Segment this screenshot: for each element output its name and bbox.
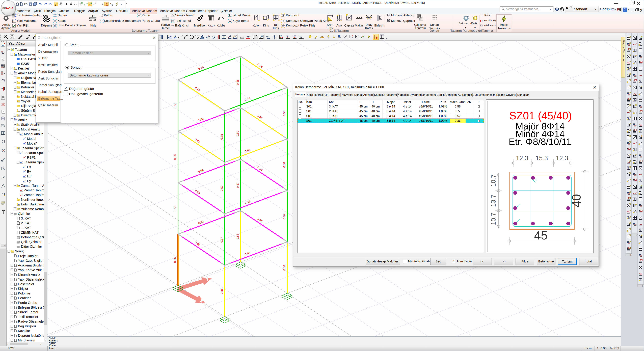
svg-text:0.82: 0.82 bbox=[244, 148, 251, 153]
svg-text:2: 2 bbox=[214, 35, 215, 38]
svg-text:10.7: 10.7 bbox=[490, 174, 497, 187]
svg-text:1.00: 1.00 bbox=[198, 117, 204, 122]
svg-text:ABC: ABC bbox=[2, 204, 4, 205]
svg-text:+: + bbox=[25, 142, 26, 144]
svg-text:45: 45 bbox=[534, 228, 548, 242]
svg-text:13.7: 13.7 bbox=[490, 194, 497, 207]
svg-text:0.58: 0.58 bbox=[220, 134, 224, 140]
svg-text:mm²: mm² bbox=[234, 35, 237, 37]
svg-text:?: ? bbox=[358, 35, 358, 37]
svg-text:12.3: 12.3 bbox=[556, 154, 568, 162]
svg-text:+: + bbox=[22, 151, 23, 153]
svg-text:0.99: 0.99 bbox=[244, 251, 251, 256]
svg-text:SZ01 (45/40): SZ01 (45/40) bbox=[509, 110, 572, 122]
svg-text:0.57: 0.57 bbox=[236, 182, 239, 188]
svg-text:AUTO: AUTO bbox=[2, 202, 5, 203]
svg-text:0.86: 0.86 bbox=[220, 288, 224, 294]
svg-text:T: T bbox=[16, 68, 16, 70]
svg-text:T: T bbox=[18, 124, 20, 126]
svg-text:0.99: 0.99 bbox=[198, 168, 204, 174]
svg-text:0.58: 0.58 bbox=[174, 103, 177, 108]
svg-text:0.50: 0.50 bbox=[174, 154, 177, 160]
svg-text:0.74: 0.74 bbox=[244, 97, 251, 102]
svg-text:0.58: 0.58 bbox=[236, 79, 239, 85]
svg-text:10.7: 10.7 bbox=[490, 213, 497, 225]
svg-text:0.57: 0.57 bbox=[283, 214, 286, 219]
svg-text:Etr. Φ8/8/10/11: Etr. Φ8/8/10/11 bbox=[509, 136, 572, 147]
svg-text:0.99: 0.99 bbox=[198, 220, 204, 225]
svg-text:A: A bbox=[110, 3, 112, 5]
svg-text:0.58: 0.58 bbox=[283, 110, 286, 116]
svg-text:P: P bbox=[352, 36, 353, 38]
svg-text:F: F bbox=[94, 14, 95, 17]
svg-text:40: 40 bbox=[570, 194, 583, 208]
svg-text:15.3: 15.3 bbox=[536, 154, 548, 162]
svg-text:0.74: 0.74 bbox=[198, 66, 204, 70]
svg-text:0.57: 0.57 bbox=[174, 206, 177, 211]
svg-text:+: + bbox=[22, 160, 23, 162]
svg-text:X,Y: X,Y bbox=[280, 36, 283, 38]
svg-text:12.3: 12.3 bbox=[516, 154, 528, 162]
svg-text:0.86: 0.86 bbox=[283, 265, 286, 270]
svg-text:+: + bbox=[25, 165, 26, 167]
svg-text:?: ? bbox=[2, 125, 3, 127]
svg-text:0.50: 0.50 bbox=[236, 131, 239, 136]
svg-text:0.86: 0.86 bbox=[236, 234, 239, 239]
svg-text:A: A bbox=[174, 34, 177, 40]
svg-text:E: E bbox=[14, 21, 14, 22]
svg-text:0.50: 0.50 bbox=[220, 186, 224, 191]
svg-text:?(: ?( bbox=[1, 88, 4, 90]
svg-text:+: + bbox=[25, 170, 26, 172]
svg-text:?: ? bbox=[230, 36, 231, 38]
svg-text:0.86: 0.86 bbox=[174, 257, 177, 263]
svg-text:+: + bbox=[25, 137, 26, 139]
svg-text:0.57: 0.57 bbox=[220, 237, 224, 242]
svg-text:+: + bbox=[25, 174, 26, 176]
svg-text:0.50: 0.50 bbox=[283, 162, 286, 168]
svg-text:?: ? bbox=[216, 35, 218, 39]
svg-text:+: + bbox=[25, 179, 26, 181]
svg-text:+: + bbox=[22, 132, 23, 134]
svg-text:m²: m² bbox=[223, 36, 226, 38]
svg-text:S: S bbox=[112, 4, 113, 6]
